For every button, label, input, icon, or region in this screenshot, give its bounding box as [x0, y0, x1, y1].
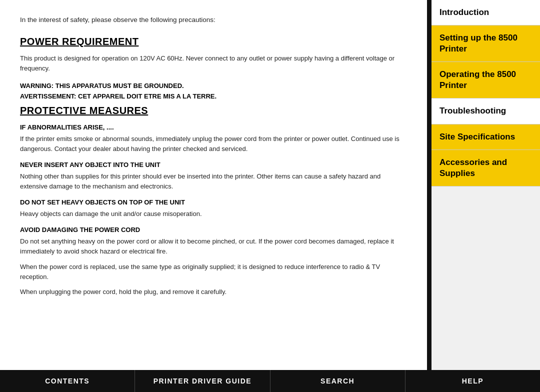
subsection-body-2: Heavy objects can damage the unit and/or… [20, 209, 407, 219]
subsection-title-1: NEVER INSERT ANY OBJECT INTO THE UNIT [20, 161, 407, 168]
intro-text: In the interest of safety, please observ… [20, 15, 407, 25]
subsection-title-2: DO NOT SET HEAVY OBJECTS ON TOP OF THE U… [20, 198, 407, 206]
subsection-title-3: AVOID DAMAGING THE POWER CORD [20, 226, 407, 234]
subsection-body-3c: When unplugging the power cord, hold the… [20, 287, 407, 297]
bottom-bar: Contents Printer Driver Guide Search Hel… [0, 370, 540, 392]
subsection-body-3a: Do not set anything heavy on the power c… [20, 236, 407, 256]
sidebar-item-introduction[interactable]: Introduction [432, 0, 540, 26]
subsection-body-3b: When the power cord is replaced, use the… [20, 262, 407, 282]
sidebar: Introduction Setting up the 8500 Printer… [430, 0, 540, 370]
power-requirement-title: Power Requirement [20, 36, 407, 48]
main-layout: In the interest of safety, please observ… [0, 0, 540, 370]
bottom-bar-printer-driver-guide[interactable]: Printer Driver Guide [135, 370, 270, 392]
bottom-bar-help[interactable]: Help [406, 370, 540, 392]
subsection-body-0: If the printer emits smoke or abnormal s… [20, 134, 407, 154]
warning2: AVERTISSEMENT: CET APPAREIL DOIT ETRE MI… [20, 92, 407, 100]
subsection-body-1: Nothing other than supplies for this pri… [20, 172, 407, 192]
warning1: WARNING: THIS APPARATUS MUST BE GROUNDED… [20, 82, 407, 90]
sidebar-item-operating[interactable]: Operating the 8500 Printer [432, 62, 540, 98]
protective-measures-title: Protective Measures [20, 105, 407, 116]
sidebar-item-troubleshooting[interactable]: Troubleshooting [432, 98, 540, 124]
bottom-bar-contents[interactable]: Contents [0, 370, 135, 392]
bottom-bar-search[interactable]: Search [270, 370, 406, 392]
sidebar-item-accessories[interactable]: Accessories and Supplies [432, 150, 540, 186]
protective-measures-section: Protective Measures IF ABNORMALITIES ARI… [20, 105, 407, 297]
subsection-title-0: IF ABNORMALITIES ARISE, .... [20, 124, 407, 131]
content-area: In the interest of safety, please observ… [0, 0, 427, 370]
sidebar-item-setting-up[interactable]: Setting up the 8500 Printer [432, 26, 540, 62]
power-requirement-body: This product is designed for operation o… [20, 54, 407, 74]
sidebar-item-site-specifications[interactable]: Site Specifications [432, 124, 540, 150]
